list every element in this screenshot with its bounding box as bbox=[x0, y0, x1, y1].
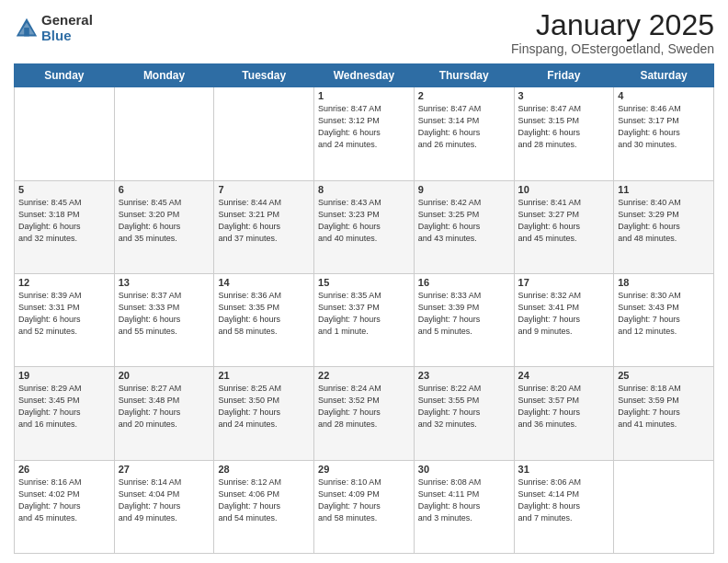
day-number: 1 bbox=[318, 90, 410, 101]
table-row: 3Sunrise: 8:47 AM Sunset: 3:15 PM Daylig… bbox=[514, 87, 614, 180]
day-number: 8 bbox=[318, 184, 410, 195]
title-area: January 2025 Finspang, OEstergoetland, S… bbox=[511, 9, 714, 56]
day-info: Sunrise: 8:42 AM Sunset: 3:25 PM Dayligh… bbox=[418, 197, 510, 245]
logo: General Blue bbox=[14, 13, 93, 43]
calendar-week-row: 5Sunrise: 8:45 AM Sunset: 3:18 PM Daylig… bbox=[15, 180, 714, 273]
month-title: January 2025 bbox=[511, 9, 714, 41]
page: General Blue January 2025 Finspang, OEst… bbox=[0, 0, 728, 563]
table-row bbox=[114, 87, 214, 180]
day-info: Sunrise: 8:44 AM Sunset: 3:21 PM Dayligh… bbox=[218, 197, 310, 245]
table-row: 17Sunrise: 8:32 AM Sunset: 3:41 PM Dayli… bbox=[514, 273, 614, 366]
day-info: Sunrise: 8:43 AM Sunset: 3:23 PM Dayligh… bbox=[318, 197, 410, 245]
day-number: 24 bbox=[518, 370, 610, 381]
day-info: Sunrise: 8:12 AM Sunset: 4:06 PM Dayligh… bbox=[218, 477, 310, 524]
table-row: 4Sunrise: 8:46 AM Sunset: 3:17 PM Daylig… bbox=[614, 87, 714, 180]
day-number: 27 bbox=[119, 464, 210, 475]
day-number: 23 bbox=[418, 370, 510, 381]
col-tuesday: Tuesday bbox=[214, 64, 314, 87]
table-row: 31Sunrise: 8:06 AM Sunset: 4:14 PM Dayli… bbox=[514, 460, 614, 553]
day-info: Sunrise: 8:41 AM Sunset: 3:27 PM Dayligh… bbox=[518, 197, 610, 245]
table-row: 23Sunrise: 8:22 AM Sunset: 3:55 PM Dayli… bbox=[414, 367, 514, 460]
table-row: 22Sunrise: 8:24 AM Sunset: 3:52 PM Dayli… bbox=[314, 367, 415, 460]
table-row: 13Sunrise: 8:37 AM Sunset: 3:33 PM Dayli… bbox=[114, 273, 214, 366]
calendar-header-row: Sunday Monday Tuesday Wednesday Thursday… bbox=[15, 64, 714, 87]
day-number: 6 bbox=[119, 184, 210, 195]
day-number: 25 bbox=[618, 370, 710, 381]
table-row: 18Sunrise: 8:30 AM Sunset: 3:43 PM Dayli… bbox=[614, 273, 714, 366]
day-number: 30 bbox=[418, 464, 510, 475]
day-number: 12 bbox=[18, 277, 110, 288]
table-row: 12Sunrise: 8:39 AM Sunset: 3:31 PM Dayli… bbox=[15, 273, 115, 366]
day-info: Sunrise: 8:47 AM Sunset: 3:12 PM Dayligh… bbox=[318, 103, 410, 151]
calendar-week-row: 12Sunrise: 8:39 AM Sunset: 3:31 PM Dayli… bbox=[15, 273, 714, 366]
table-row: 24Sunrise: 8:20 AM Sunset: 3:57 PM Dayli… bbox=[514, 367, 614, 460]
logo-blue-text: Blue bbox=[41, 29, 93, 44]
day-info: Sunrise: 8:36 AM Sunset: 3:35 PM Dayligh… bbox=[218, 290, 310, 338]
table-row: 25Sunrise: 8:18 AM Sunset: 3:59 PM Dayli… bbox=[614, 367, 714, 460]
day-info: Sunrise: 8:47 AM Sunset: 3:15 PM Dayligh… bbox=[518, 103, 610, 151]
table-row: 1Sunrise: 8:47 AM Sunset: 3:12 PM Daylig… bbox=[314, 87, 415, 180]
svg-rect-2 bbox=[24, 28, 29, 36]
col-saturday: Saturday bbox=[614, 64, 714, 87]
day-number: 22 bbox=[318, 370, 410, 381]
table-row: 27Sunrise: 8:14 AM Sunset: 4:04 PM Dayli… bbox=[114, 460, 214, 553]
day-info: Sunrise: 8:27 AM Sunset: 3:48 PM Dayligh… bbox=[119, 383, 210, 431]
col-monday: Monday bbox=[114, 64, 214, 87]
day-info: Sunrise: 8:45 AM Sunset: 3:20 PM Dayligh… bbox=[119, 197, 210, 245]
day-info: Sunrise: 8:37 AM Sunset: 3:33 PM Dayligh… bbox=[119, 290, 210, 338]
col-friday: Friday bbox=[514, 64, 614, 87]
table-row: 26Sunrise: 8:16 AM Sunset: 4:02 PM Dayli… bbox=[15, 460, 115, 553]
day-info: Sunrise: 8:32 AM Sunset: 3:41 PM Dayligh… bbox=[518, 290, 610, 338]
day-info: Sunrise: 8:24 AM Sunset: 3:52 PM Dayligh… bbox=[318, 383, 410, 431]
day-number: 11 bbox=[618, 184, 710, 195]
day-info: Sunrise: 8:16 AM Sunset: 4:02 PM Dayligh… bbox=[18, 477, 110, 524]
day-info: Sunrise: 8:47 AM Sunset: 3:14 PM Dayligh… bbox=[418, 103, 510, 151]
table-row: 6Sunrise: 8:45 AM Sunset: 3:20 PM Daylig… bbox=[114, 180, 214, 273]
day-info: Sunrise: 8:18 AM Sunset: 3:59 PM Dayligh… bbox=[618, 383, 710, 431]
col-wednesday: Wednesday bbox=[314, 64, 415, 87]
day-number: 10 bbox=[518, 184, 610, 195]
col-sunday: Sunday bbox=[15, 64, 115, 87]
day-info: Sunrise: 8:33 AM Sunset: 3:39 PM Dayligh… bbox=[418, 290, 510, 338]
day-info: Sunrise: 8:22 AM Sunset: 3:55 PM Dayligh… bbox=[418, 383, 510, 431]
table-row bbox=[214, 87, 314, 180]
day-number: 26 bbox=[18, 464, 110, 475]
table-row: 11Sunrise: 8:40 AM Sunset: 3:29 PM Dayli… bbox=[614, 180, 714, 273]
table-row: 10Sunrise: 8:41 AM Sunset: 3:27 PM Dayli… bbox=[514, 180, 614, 273]
day-info: Sunrise: 8:30 AM Sunset: 3:43 PM Dayligh… bbox=[618, 290, 710, 338]
day-number: 19 bbox=[18, 370, 110, 381]
table-row: 21Sunrise: 8:25 AM Sunset: 3:50 PM Dayli… bbox=[214, 367, 314, 460]
day-number: 5 bbox=[18, 184, 110, 195]
day-number: 21 bbox=[218, 370, 310, 381]
day-info: Sunrise: 8:08 AM Sunset: 4:11 PM Dayligh… bbox=[418, 477, 510, 524]
table-row: 30Sunrise: 8:08 AM Sunset: 4:11 PM Dayli… bbox=[414, 460, 514, 553]
day-number: 16 bbox=[418, 277, 510, 288]
table-row: 19Sunrise: 8:29 AM Sunset: 3:45 PM Dayli… bbox=[15, 367, 115, 460]
day-info: Sunrise: 8:14 AM Sunset: 4:04 PM Dayligh… bbox=[119, 477, 210, 524]
day-number: 17 bbox=[518, 277, 610, 288]
day-info: Sunrise: 8:25 AM Sunset: 3:50 PM Dayligh… bbox=[218, 383, 310, 431]
calendar-table: Sunday Monday Tuesday Wednesday Thursday… bbox=[14, 63, 714, 554]
day-info: Sunrise: 8:46 AM Sunset: 3:17 PM Dayligh… bbox=[618, 103, 710, 151]
day-info: Sunrise: 8:29 AM Sunset: 3:45 PM Dayligh… bbox=[18, 383, 110, 431]
logo-general-text: General bbox=[41, 13, 93, 29]
day-number: 31 bbox=[518, 464, 610, 475]
day-info: Sunrise: 8:06 AM Sunset: 4:14 PM Dayligh… bbox=[518, 477, 610, 524]
day-number: 29 bbox=[318, 464, 410, 475]
day-info: Sunrise: 8:39 AM Sunset: 3:31 PM Dayligh… bbox=[18, 290, 110, 338]
day-number: 2 bbox=[418, 90, 510, 101]
day-number: 28 bbox=[218, 464, 310, 475]
table-row: 16Sunrise: 8:33 AM Sunset: 3:39 PM Dayli… bbox=[414, 273, 514, 366]
day-number: 9 bbox=[418, 184, 510, 195]
table-row: 8Sunrise: 8:43 AM Sunset: 3:23 PM Daylig… bbox=[314, 180, 415, 273]
day-number: 18 bbox=[618, 277, 710, 288]
table-row: 20Sunrise: 8:27 AM Sunset: 3:48 PM Dayli… bbox=[114, 367, 214, 460]
day-number: 3 bbox=[518, 90, 610, 101]
calendar-week-row: 1Sunrise: 8:47 AM Sunset: 3:12 PM Daylig… bbox=[15, 87, 714, 180]
calendar-week-row: 19Sunrise: 8:29 AM Sunset: 3:45 PM Dayli… bbox=[15, 367, 714, 460]
location: Finspang, OEstergoetland, Sweden bbox=[511, 41, 714, 56]
day-number: 7 bbox=[218, 184, 310, 195]
table-row: 9Sunrise: 8:42 AM Sunset: 3:25 PM Daylig… bbox=[414, 180, 514, 273]
table-row: 5Sunrise: 8:45 AM Sunset: 3:18 PM Daylig… bbox=[15, 180, 115, 273]
table-row bbox=[15, 87, 115, 180]
